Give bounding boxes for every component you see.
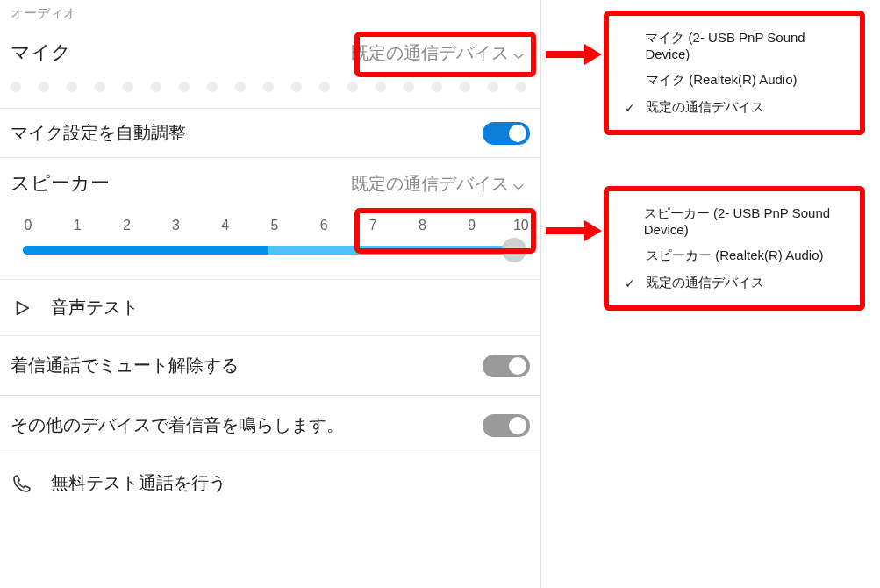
other-device-ring-toggle[interactable] xyxy=(483,414,530,437)
chevron-down-icon xyxy=(512,47,525,59)
free-test-call-button[interactable]: 無料テスト通話を行う xyxy=(0,455,540,511)
free-test-call-label: 無料テスト通話を行う xyxy=(51,471,226,495)
speaker-device-dropdown[interactable]: 既定の通信デバイス xyxy=(351,172,530,196)
checkmark-icon: ✓ xyxy=(623,276,637,290)
speaker-options-popup: スピーカー (2- USB PnP Sound Device) スピーカー (R… xyxy=(604,186,865,311)
auto-adjust-toggle[interactable] xyxy=(483,122,530,145)
speaker-label: スピーカー xyxy=(11,170,110,197)
audio-test-label: 音声テスト xyxy=(51,296,139,319)
phone-icon xyxy=(11,472,33,495)
mic-options-popup: マイク (2- USB PnP Sound Device) マイク (Realt… xyxy=(604,11,865,135)
svg-marker-3 xyxy=(584,220,602,241)
chevron-down-icon xyxy=(512,177,525,190)
other-device-ring-label: その他のデバイスで着信音を鳴らします。 xyxy=(11,413,344,437)
annotation-arrow-icon xyxy=(544,219,602,243)
mic-device-selected: 既定の通信デバイス xyxy=(351,41,509,65)
speaker-option[interactable]: スピーカー (2- USB PnP Sound Device) xyxy=(623,200,846,242)
speaker-device-selected: 既定の通信デバイス xyxy=(351,172,509,196)
mic-option[interactable]: ✓ 既定の通信デバイス xyxy=(623,94,846,121)
speaker-option[interactable]: ✓ 既定の通信デバイス xyxy=(623,269,846,297)
mic-option[interactable]: マイク (Realtek(R) Audio) xyxy=(623,67,846,94)
mic-level-meter xyxy=(0,78,540,108)
slider-tick-labels: 0 1 2 3 4 5 6 7 8 9 10 xyxy=(19,218,530,233)
mic-row: マイク 既定の通信デバイス xyxy=(0,27,540,78)
audio-test-button[interactable]: 音声テスト xyxy=(0,280,540,335)
checkmark-icon: ✓ xyxy=(623,101,637,115)
unmute-incoming-toggle[interactable] xyxy=(483,355,530,377)
section-header-audio: オーディオ xyxy=(0,0,540,27)
play-icon xyxy=(11,297,33,319)
speaker-volume-section: 0 1 2 3 4 5 6 7 8 9 10 xyxy=(0,209,540,279)
speaker-volume-slider[interactable] xyxy=(23,246,514,255)
auto-adjust-label: マイク設定を自動調整 xyxy=(11,121,186,145)
speaker-option[interactable]: スピーカー (Realtek(R) Audio) xyxy=(623,242,846,269)
svg-marker-1 xyxy=(584,44,602,65)
speaker-row: スピーカー 既定の通信デバイス xyxy=(0,158,540,209)
unmute-incoming-label: 着信通話でミュート解除する xyxy=(11,354,239,377)
mic-label: マイク xyxy=(11,39,71,66)
auto-adjust-row: マイク設定を自動調整 xyxy=(0,109,540,157)
annotation-arrow-icon xyxy=(544,42,602,67)
slider-thumb[interactable] xyxy=(502,238,526,262)
audio-settings-panel: オーディオ マイク 既定の通信デバイス マイク設定を自動調整 スピーカー 既定の… xyxy=(0,0,541,588)
mic-device-dropdown[interactable]: 既定の通信デバイス xyxy=(351,41,530,65)
other-device-ring-row: その他のデバイスで着信音を鳴らします。 xyxy=(0,396,540,455)
unmute-incoming-row: 着信通話でミュート解除する xyxy=(0,336,540,395)
mic-option[interactable]: マイク (2- USB PnP Sound Device) xyxy=(623,25,846,67)
